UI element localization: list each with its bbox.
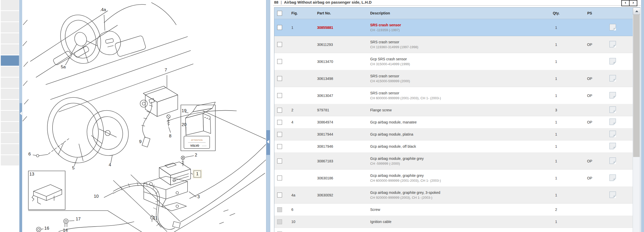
description-detail: CH 600000-999999 (2001-2003), CH 1- (200… [370,178,542,183]
row-checkbox[interactable] [277,42,282,47]
steering-wheel-upper [54,10,107,69]
qty-cell: 1 [542,193,570,197]
table-row[interactable]: 30613470 Gcp SRS crash sensor CH 315000-… [274,53,633,70]
table-row[interactable]: 30613498 SRS crash sensor CH 415000-5999… [274,70,633,87]
sidebar-item[interactable] [1,122,19,132]
row-checkbox[interactable] [277,144,282,149]
table-row[interactable]: 1 30855881 SRS crash sensor CH -119359 (… [274,19,633,36]
note-icon[interactable] [609,106,616,113]
select-all-checkbox[interactable] [277,11,282,16]
table-scrollbar[interactable] [633,7,640,232]
row-checkbox[interactable] [277,120,282,125]
next-figure-button[interactable]: › [629,0,637,6]
sidebar-scrollbar[interactable] [19,0,22,232]
prev-figure-button[interactable]: ‹ [621,0,630,6]
diagram-callout[interactable]: 1 [194,171,201,177]
cable-14 [59,222,134,231]
diagram-callout: 16 [44,226,49,231]
row-checkbox[interactable] [277,25,282,30]
table-row[interactable]: 11 Clip 1 NS [274,228,633,232]
table-row[interactable]: 4 30864974 Gcp airbag module, manatee 1 … [274,116,633,128]
row-checkbox[interactable] [277,193,282,197]
qty-cell: 1 [542,220,570,224]
sidebar-item[interactable] [1,89,19,99]
sidebar-item[interactable] [1,67,19,77]
window-edge-strip [641,0,644,232]
note-icon[interactable] [609,158,616,164]
note-icon[interactable] [609,58,616,64]
sidebar-scrollbar-thumb[interactable] [20,103,22,232]
table-row[interactable]: 30817946 Gcp airbag module, off black 1 [274,140,633,153]
cable-9 [142,98,155,147]
col-header-ps: PS [570,11,609,15]
row-checkbox[interactable] [277,159,282,163]
row-checkbox[interactable] [277,176,282,180]
row-checkbox[interactable] [277,76,282,81]
sidebar-item[interactable] [1,78,19,88]
sidebar-item[interactable] [1,133,19,143]
note-icon[interactable] [609,143,616,149]
ps-cell: OP [570,176,609,180]
srs-module-1 [159,162,193,185]
screw-6 [33,138,70,157]
sidebar-item[interactable] [1,33,19,44]
note-icon[interactable] [609,24,616,30]
sidebar-item[interactable] [1,144,19,154]
note-icon[interactable] [609,75,616,81]
description-text: Ignition cable [370,219,542,224]
row-checkbox[interactable] [277,108,282,113]
note-icon[interactable] [609,41,616,47]
description-cell: Screw [362,207,542,212]
diagram-callout: 11 [153,216,158,221]
table-row[interactable]: 30817944 Gcp airbag module, platina 1 [274,128,633,140]
note-icon[interactable] [609,119,616,125]
sidebar-item[interactable] [1,22,19,32]
sidebar-item[interactable] [1,44,19,55]
sidebar-item[interactable] [1,100,19,110]
description-text: Flange screw [370,108,542,113]
table-row[interactable]: 2 979781 Flange screw 3 [274,104,633,116]
table-row[interactable]: 4a 30630092 Gcp airbag module, graphite … [274,187,633,204]
title-divider: | [281,0,282,4]
diagram-callout: 8 [169,134,171,139]
scroll-up-button[interactable] [633,7,640,15]
diagram-callout: 7 [165,68,167,73]
note-icon[interactable] [609,131,616,137]
table-row[interactable]: 30867183 Gcp airbag module, graphite gre… [274,153,633,170]
floor-lines [28,175,180,232]
part-no-cell: 30855881 [308,26,362,30]
table-row[interactable]: 6 Screw 2 [274,204,633,216]
diagram-callout: 13 [29,172,34,177]
part-no-cell: 30611293 [308,43,362,47]
table-row[interactable]: 30630186 Gcp airbag module, graphite gre… [274,170,633,187]
sidebar-item-selected[interactable] [1,55,19,66]
sidebar-collapse-icon[interactable] [20,112,22,115]
panel-divider-scrollbar[interactable] [266,0,270,232]
description-cell: SRS crash sensor CH 119360-314999 (1997-… [362,40,542,49]
description-cell: Gcp airbag module, graphite grey CH -599… [362,156,542,166]
title-separator [273,5,641,6]
row-checkbox [277,207,282,212]
table-row[interactable]: 10 Ignition cable 1 [274,216,633,228]
panel-collapse-icon[interactable] [267,140,269,144]
table-scrollbar-thumb[interactable] [633,15,640,157]
sidebar-item[interactable] [1,0,19,10]
note-icon[interactable] [609,192,616,198]
description-cell: Gcp SRS crash sensor CH 315000-414999 (1… [362,57,542,67]
sidebar-item[interactable] [1,111,19,121]
table-row[interactable]: 30611293 SRS crash sensor CH 119360-3149… [274,36,633,53]
row-checkbox[interactable] [277,132,282,137]
airbag-exploded-diagram: ATTENTION VOLVO [23,0,266,232]
description-detail: CH 920000-999999 (2003), CH 1- (2003-) [370,195,542,200]
sidebar-item[interactable] [1,155,19,165]
qty-cell: 1 [542,77,570,81]
row-checkbox[interactable] [277,93,282,98]
description-cell: SRS crash sensor CH 415000-599999 (2000) [362,74,542,84]
fig-cell: 2 [285,108,308,112]
row-checkbox[interactable] [277,59,282,64]
sidebar-item[interactable] [1,11,19,21]
parts-table: Fig. Part No. Description Qty. PS 1 3085… [274,7,640,232]
table-row[interactable]: 30613047 SRS crash sensor CH 600000-9999… [274,87,633,104]
note-icon[interactable] [609,92,616,98]
note-icon[interactable] [609,175,616,181]
